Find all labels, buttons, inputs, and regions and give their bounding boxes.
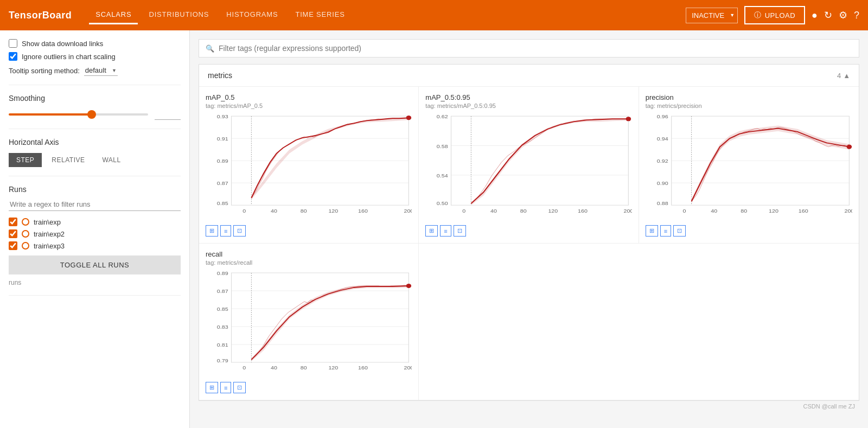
- svg-text:80: 80: [741, 208, 747, 213]
- svg-text:0: 0: [463, 208, 466, 213]
- inactive-wrapper[interactable]: INACTIVE: [686, 8, 738, 23]
- toggle-all-button[interactable]: TOGGLE ALL RUNS: [9, 255, 181, 274]
- upload-button[interactable]: ⓘ UPLOAD: [744, 6, 805, 24]
- svg-text:80: 80: [301, 208, 307, 213]
- svg-text:0.62: 0.62: [437, 114, 448, 119]
- chart-fit-map05[interactable]: ⊡: [233, 225, 246, 237]
- metrics-section: metrics 4 ▲ mAP_0.5 tag: metrics/mAP_0.5: [199, 64, 859, 401]
- filter-tags-input[interactable]: [219, 44, 852, 53]
- chart-expand-recall[interactable]: ⊞: [206, 382, 218, 393]
- show-download-row: Show data download links: [9, 39, 181, 48]
- tooltip-select-wrapper[interactable]: default: [84, 65, 118, 76]
- collapse-icon[interactable]: ▲: [843, 72, 850, 80]
- chart-menu-recall[interactable]: ≡: [220, 382, 231, 393]
- svg-text:200: 200: [404, 365, 412, 370]
- topnav: TensorBoard SCALARS DISTRIBUTIONS HISTOG…: [0, 0, 868, 30]
- chart-svg-recall: 0.89 0.87 0.85 0.83 0.81 0.79 0 40 80 12…: [206, 270, 412, 379]
- ignore-outliers-checkbox[interactable]: [9, 52, 17, 61]
- svg-text:0.92: 0.92: [656, 158, 668, 164]
- runs-filter-input[interactable]: [9, 198, 181, 211]
- runs-section: Runs train\exp train\exp2 train\exp3 TOG…: [9, 185, 181, 296]
- smoothing-value-input[interactable]: 0.6: [155, 109, 181, 120]
- nav-timeseries[interactable]: TIME SERIES: [289, 6, 351, 24]
- axis-wall-button[interactable]: WALL: [94, 153, 128, 167]
- nav-links: SCALARS DISTRIBUTIONS HISTOGRAMS TIME SE…: [89, 6, 686, 24]
- run-item-1[interactable]: train\exp2: [9, 229, 181, 238]
- settings-icon[interactable]: ⚙: [839, 9, 847, 21]
- svg-text:160: 160: [798, 208, 808, 213]
- main-content: 🔍 metrics 4 ▲ mAP_0.5 tag: metrics/mAP_0…: [190, 30, 868, 428]
- chart-cell-map0595: mAP_0.5:0.95 tag: metrics/mAP_0.5:0.95 0…: [419, 87, 639, 244]
- svg-text:160: 160: [358, 365, 368, 370]
- chart-svg-map0595: 0.62 0.58 0.54 0.50 0 40 80 120 160 200: [425, 113, 631, 222]
- svg-text:40: 40: [711, 208, 717, 213]
- nav-scalars[interactable]: SCALARS: [89, 6, 138, 24]
- svg-text:200: 200: [624, 208, 632, 213]
- chart-menu-map0595[interactable]: ≡: [440, 225, 451, 237]
- chart-actions-map0595: ⊞ ≡ ⊡: [425, 225, 631, 237]
- chart-expand-map05[interactable]: ⊞: [206, 225, 218, 237]
- svg-text:0: 0: [682, 208, 686, 213]
- svg-text:0.89: 0.89: [217, 271, 228, 276]
- nav-histograms[interactable]: HISTOGRAMS: [220, 6, 284, 24]
- svg-text:160: 160: [358, 208, 368, 213]
- ignore-outliers-row: Ignore outliers in chart scaling: [9, 52, 181, 61]
- svg-text:0.96: 0.96: [656, 114, 668, 119]
- svg-text:0.85: 0.85: [217, 201, 228, 206]
- upload-icon: ⓘ: [754, 10, 762, 20]
- svg-text:0.93: 0.93: [217, 114, 228, 119]
- axis-relative-button[interactable]: RELATIVE: [44, 153, 92, 167]
- axis-step-button[interactable]: STEP: [9, 153, 42, 167]
- chart-title-precision: precision: [646, 93, 852, 101]
- run-circle-0: [22, 218, 29, 226]
- run-checkbox-2[interactable]: [9, 241, 17, 250]
- run-checkbox-1[interactable]: [9, 229, 17, 238]
- chart-fit-precision[interactable]: ⊡: [673, 225, 686, 237]
- run-item-2[interactable]: train\exp3: [9, 241, 181, 250]
- chart-menu-precision[interactable]: ≡: [660, 225, 671, 237]
- horizontal-axis-title: Horizontal Axis: [9, 138, 181, 146]
- refresh-icon[interactable]: ↻: [824, 9, 832, 21]
- svg-text:0.94: 0.94: [656, 136, 668, 142]
- chart-expand-map0595[interactable]: ⊞: [425, 225, 438, 237]
- svg-text:0.81: 0.81: [217, 342, 228, 348]
- tooltip-sort-select[interactable]: default: [84, 65, 118, 76]
- upload-label: UPLOAD: [765, 11, 795, 20]
- chart-menu-map05[interactable]: ≡: [220, 225, 231, 237]
- help-icon[interactable]: ?: [854, 10, 859, 21]
- svg-text:0.91: 0.91: [217, 136, 228, 142]
- display-options-section: Show data download links Ignore outliers…: [9, 39, 181, 85]
- run-label-2: train\exp3: [34, 242, 65, 250]
- svg-text:200: 200: [844, 208, 852, 213]
- svg-text:0.87: 0.87: [217, 289, 228, 294]
- nav-distributions[interactable]: DISTRIBUTIONS: [142, 6, 215, 24]
- main-layout: Show data download links Ignore outliers…: [0, 30, 868, 428]
- svg-text:0.50: 0.50: [437, 201, 448, 206]
- chart-fit-recall[interactable]: ⊡: [233, 382, 246, 393]
- smoothing-slider[interactable]: [9, 113, 148, 116]
- run-checkbox-0[interactable]: [9, 218, 17, 226]
- chart-expand-precision[interactable]: ⊞: [646, 225, 658, 237]
- svg-text:0.88: 0.88: [656, 201, 668, 206]
- show-download-checkbox[interactable]: [9, 39, 17, 48]
- inactive-select[interactable]: INACTIVE: [686, 8, 738, 23]
- theme-icon[interactable]: ●: [812, 10, 818, 21]
- run-label-0: train\exp: [34, 218, 61, 226]
- chart-actions-map05: ⊞ ≡ ⊡: [206, 225, 412, 237]
- topnav-right: INACTIVE ⓘ UPLOAD ● ↻ ⚙ ?: [686, 6, 859, 24]
- show-download-label: Show data download links: [22, 40, 103, 48]
- svg-text:40: 40: [490, 208, 497, 213]
- chart-title-recall: recall: [206, 250, 412, 258]
- svg-text:0.54: 0.54: [437, 173, 448, 178]
- chart-tag-map05: tag: metrics/mAP_0.5: [206, 103, 412, 109]
- svg-text:80: 80: [301, 365, 307, 370]
- chart-actions-precision: ⊞ ≡ ⊡: [646, 225, 852, 237]
- svg-text:120: 120: [769, 208, 778, 213]
- svg-point-67: [406, 284, 412, 288]
- svg-text:0.58: 0.58: [437, 143, 448, 149]
- svg-text:120: 120: [328, 365, 338, 370]
- smoothing-section: Smoothing 0.6: [9, 94, 181, 129]
- run-item-0[interactable]: train\exp: [9, 218, 181, 226]
- chart-cell-precision: precision tag: metrics/precision 0.96 0.…: [639, 87, 859, 244]
- chart-fit-map0595[interactable]: ⊡: [454, 225, 466, 237]
